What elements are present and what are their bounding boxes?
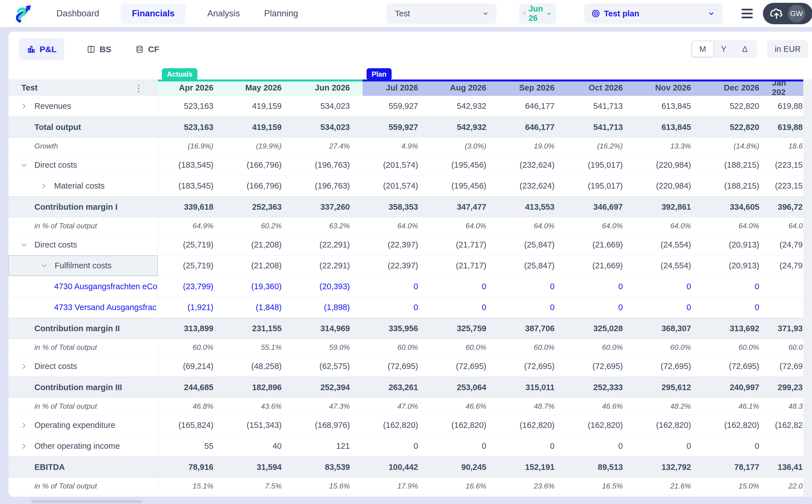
value-cell[interactable]: 523,163 (158, 117, 226, 137)
row-label[interactable]: Contribution margin II (8, 318, 158, 339)
row-label[interactable]: Other operating income (8, 436, 158, 456)
value-cell[interactable]: 0 (431, 436, 499, 456)
value-cell[interactable]: 0 (363, 297, 431, 318)
row-label[interactable]: Contribution margin III (8, 377, 158, 397)
value-cell[interactable]: 542,932 (431, 117, 499, 137)
value-cell[interactable]: 392,861 (636, 197, 704, 217)
value-cell[interactable]: (24,79 (772, 255, 803, 276)
nav-item-planning[interactable]: Planning (261, 3, 301, 24)
value-cell[interactable]: (20,393) (294, 276, 363, 297)
value-cell[interactable]: (223,15 (772, 155, 803, 175)
value-cell[interactable]: 240,997 (704, 377, 772, 397)
row-label[interactable]: Revenues (8, 96, 158, 116)
value-cell[interactable]: 541,713 (567, 96, 636, 116)
tab-pnl[interactable]: P&L (19, 38, 64, 60)
value-cell[interactable]: 314,969 (294, 318, 363, 339)
chevron-down-icon[interactable] (41, 262, 48, 269)
column-header[interactable]: Jun 2026 (294, 79, 363, 96)
user-pill[interactable]: GW (763, 3, 812, 24)
value-cell[interactable]: 244,685 (158, 377, 226, 397)
value-cell[interactable]: 132,792 (636, 457, 704, 477)
value-cell[interactable]: 31,594 (226, 457, 294, 477)
value-cell[interactable]: (151,343) (226, 415, 294, 436)
value-cell[interactable]: 396,72 (772, 197, 803, 217)
row-label[interactable]: Material costs (8, 176, 158, 196)
value-cell[interactable]: (162,820) (363, 415, 431, 436)
value-cell[interactable]: 231,155 (226, 318, 294, 339)
chevron-right-icon[interactable] (20, 103, 28, 110)
value-cell[interactable]: (72,695) (704, 356, 772, 377)
period-option-delta[interactable]: Δ (734, 41, 755, 57)
value-cell[interactable]: 413,553 (499, 197, 567, 217)
value-cell[interactable]: 368,307 (636, 318, 704, 339)
value-cell[interactable]: 100,442 (363, 457, 431, 477)
value-cell[interactable]: (72,695) (636, 356, 704, 377)
tab-cf[interactable]: CF (135, 38, 159, 60)
value-cell[interactable]: (21,208) (226, 255, 294, 276)
value-cell[interactable]: (196,763) (294, 155, 363, 175)
value-cell[interactable]: 0 (363, 276, 431, 297)
chevron-down-icon[interactable] (20, 241, 28, 249)
row-label[interactable]: EBITDA (8, 457, 158, 477)
value-cell[interactable]: 0 (636, 297, 704, 318)
value-cell[interactable]: (162,820) (704, 415, 772, 436)
column-header[interactable]: Dec 2026 (704, 79, 772, 96)
value-cell[interactable]: 534,023 (294, 117, 363, 137)
value-cell[interactable]: 299,23 (772, 377, 803, 397)
column-header[interactable]: May 2026 (226, 79, 294, 96)
value-cell[interactable]: 0 (431, 276, 499, 297)
value-cell[interactable]: (23,799) (158, 276, 226, 297)
column-header[interactable]: Sep 2026 (499, 79, 567, 96)
value-cell[interactable]: (24,554) (636, 235, 704, 255)
value-cell[interactable]: (25,847) (499, 255, 567, 276)
row-label[interactable]: Direct costs (8, 356, 158, 377)
value-cell[interactable]: (162,82 (772, 415, 803, 436)
value-cell[interactable]: 0 (499, 436, 567, 456)
value-cell[interactable]: 646,177 (499, 96, 567, 116)
value-cell[interactable]: (232,624) (499, 176, 567, 196)
value-cell[interactable]: (162,820) (636, 415, 704, 436)
period-option-year[interactable]: Y (713, 41, 734, 57)
value-cell[interactable]: 89,513 (567, 457, 636, 477)
chevron-down-icon[interactable] (20, 162, 28, 169)
value-cell[interactable]: (21,717) (431, 235, 499, 255)
value-cell[interactable]: (165,824) (158, 415, 226, 436)
value-cell[interactable]: 0 (567, 297, 636, 318)
value-cell[interactable]: 0 (704, 297, 772, 318)
value-cell[interactable]: 346,697 (567, 197, 636, 217)
value-cell[interactable]: (1,921) (158, 297, 226, 318)
value-cell[interactable]: (62,575) (294, 356, 363, 377)
chevron-right-icon[interactable] (20, 422, 28, 429)
value-cell[interactable]: (22,397) (363, 255, 431, 276)
value-cell[interactable]: 40 (226, 436, 294, 456)
value-cell[interactable]: 337,260 (294, 197, 363, 217)
value-cell[interactable]: (196,763) (294, 176, 363, 196)
value-cell[interactable] (772, 297, 803, 318)
value-cell[interactable]: (162,820) (499, 415, 567, 436)
value-cell[interactable]: (21,717) (431, 255, 499, 276)
value-cell[interactable]: 252,333 (567, 377, 636, 397)
value-cell[interactable]: 315,011 (499, 377, 567, 397)
row-label[interactable]: Total output (8, 117, 158, 137)
value-cell[interactable]: (22,291) (294, 255, 363, 276)
value-cell[interactable]: 523,163 (158, 96, 226, 116)
value-cell[interactable]: (25,847) (499, 235, 567, 255)
value-cell[interactable]: 136,41 (772, 457, 803, 477)
value-cell[interactable]: 90,245 (431, 457, 499, 477)
chevron-right-icon[interactable] (20, 363, 28, 370)
avatar[interactable]: GW (788, 5, 805, 22)
currency-button[interactable]: in EUR (767, 40, 808, 58)
value-cell[interactable]: (168,976) (294, 415, 363, 436)
value-cell[interactable]: 78,916 (158, 457, 226, 477)
nav-item-financials[interactable]: Financials (121, 3, 186, 24)
value-cell[interactable]: (183,545) (158, 176, 226, 196)
nav-item-analysis[interactable]: Analysis (204, 3, 242, 24)
chevron-right-icon[interactable] (20, 443, 28, 450)
value-cell[interactable]: (183,545) (158, 155, 226, 175)
value-cell[interactable]: 313,899 (158, 318, 226, 339)
app-logo[interactable] (14, 4, 33, 23)
scenario-select[interactable]: Test (387, 3, 497, 24)
value-cell[interactable]: (72,695) (431, 356, 499, 377)
value-cell[interactable]: 252,394 (294, 377, 363, 397)
value-cell[interactable]: (188,215) (704, 176, 772, 196)
